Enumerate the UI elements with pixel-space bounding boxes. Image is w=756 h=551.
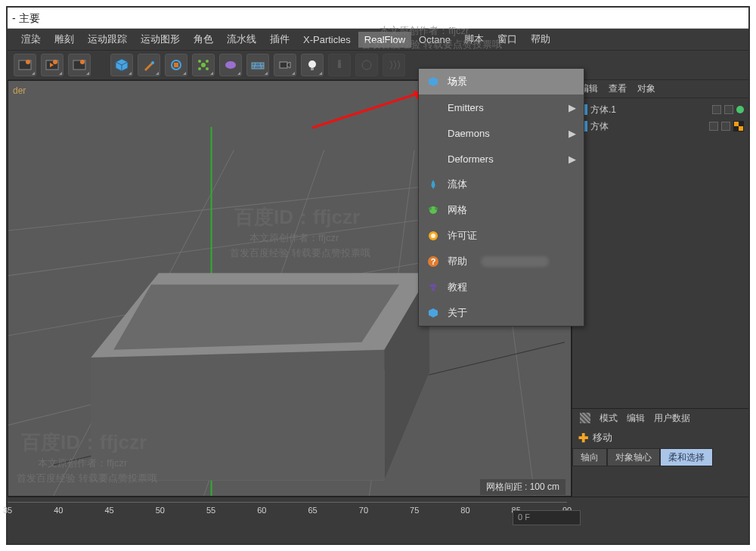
- object-name: 方体: [590, 120, 706, 133]
- toolbar-array-icon[interactable]: [192, 54, 215, 76]
- viewport-label: der: [13, 85, 26, 96]
- toolbar: [8, 50, 748, 80]
- svg-point-3: [53, 60, 57, 64]
- menu-角色[interactable]: 角色: [187, 30, 219, 48]
- toolbar-camera-icon[interactable]: [274, 54, 296, 76]
- dropdown-item-帮助[interactable]: ?帮助: [419, 249, 584, 274]
- ruler-tick: 65: [308, 506, 318, 515]
- menu-运动跟踪[interactable]: 运动跟踪: [82, 30, 133, 48]
- grid-icon: [580, 413, 590, 423]
- svg-point-16: [206, 60, 209, 63]
- attribute-panel: 模式编辑用户数据 ✚ 移动 轴向对象轴心柔和选择: [572, 408, 748, 497]
- menu-插件[interactable]: 插件: [264, 30, 296, 48]
- ruler-tick: 70: [359, 506, 368, 515]
- toolbar-cube-icon[interactable]: [110, 54, 133, 76]
- panel-menu-查看[interactable]: 查看: [609, 82, 627, 95]
- dropdown-label: Deformers: [448, 153, 494, 165]
- timeline-ruler[interactable]: 354045505560657075808590: [8, 502, 567, 537]
- layer-toggle[interactable]: [709, 122, 718, 131]
- render-toggle[interactable]: [721, 122, 730, 131]
- attrib-menu-模式[interactable]: 模式: [600, 412, 618, 425]
- dropdown-item-教程[interactable]: 教程: [419, 274, 584, 300]
- svg-line-57: [312, 92, 422, 128]
- panel-menu-对象[interactable]: 对象: [637, 82, 655, 95]
- dropdown-item-Daemons[interactable]: Daemons▶: [419, 120, 584, 146]
- texture-tag[interactable]: [733, 121, 744, 132]
- dropdown-item-网格[interactable]: 网格: [419, 197, 584, 223]
- right-panel: 编辑查看对象 方体.1 方体 模式编辑用户数据 ✚ 移动 轴向对象轴心柔和选择: [572, 80, 748, 497]
- mesh-icon: [426, 203, 440, 217]
- toolbar-group-icon[interactable]: [165, 54, 187, 76]
- menu-RealFlow[interactable]: RealFlow: [358, 32, 411, 48]
- menu-帮助[interactable]: 帮助: [525, 30, 556, 48]
- current-frame-field[interactable]: 0 F: [513, 510, 581, 525]
- dropdown-label: 关于: [448, 306, 467, 320]
- menu-脚本[interactable]: 脚本: [458, 30, 490, 48]
- svg-point-17: [198, 67, 201, 70]
- svg-point-30: [362, 60, 371, 70]
- svg-point-48: [429, 207, 432, 210]
- dropdown-label: 许可证: [448, 229, 477, 243]
- toolbar-render2-icon[interactable]: [41, 54, 64, 76]
- timeline: 354045505560657075808590 0 F: [8, 497, 748, 543]
- svg-rect-27: [311, 68, 314, 70]
- plus-icon[interactable]: ✚: [578, 431, 588, 445]
- tab-柔和选择[interactable]: 柔和选择: [660, 448, 713, 466]
- object-panel-menu: 编辑查看对象: [572, 80, 748, 98]
- menu-X-Particles[interactable]: X-Particles: [297, 32, 357, 48]
- dropdown-label: 教程: [448, 280, 467, 294]
- toolbar-tag-icon[interactable]: [355, 54, 378, 76]
- fluid-icon: [426, 178, 440, 191]
- menu-运动图形[interactable]: 运动图形: [135, 30, 186, 48]
- dropdown-item-Emitters[interactable]: Emitters▶: [419, 94, 584, 120]
- layer-toggle[interactable]: [712, 105, 721, 114]
- toolbar-render3-icon[interactable]: [68, 54, 91, 76]
- toolbar-render-icon[interactable]: [14, 54, 36, 76]
- svg-point-49: [435, 207, 438, 210]
- tab-轴向[interactable]: 轴向: [572, 448, 607, 466]
- about-icon: [426, 306, 440, 320]
- ruler-tick: 80: [460, 506, 469, 515]
- toolbar-floor-icon[interactable]: [246, 54, 269, 76]
- window-title: - 主要: [8, 8, 748, 29]
- svg-point-18: [206, 67, 209, 70]
- license-icon: [426, 229, 440, 243]
- svg-marker-56: [429, 308, 438, 317]
- dropdown-item-流体[interactable]: 流体: [419, 172, 584, 197]
- dropdown-label: 帮助: [448, 255, 467, 268]
- toolbar-light-icon[interactable]: [301, 54, 324, 76]
- toolbar-deform-icon[interactable]: [219, 54, 242, 76]
- chevron-right-icon: ▶: [569, 153, 576, 165]
- svg-marker-45: [113, 284, 399, 349]
- svg-rect-55: [432, 288, 435, 291]
- render-toggle[interactable]: [724, 105, 733, 114]
- move-label: 移动: [593, 431, 612, 444]
- menu-雕刻[interactable]: 雕刻: [48, 30, 80, 48]
- blank-icon: [426, 152, 440, 166]
- attrib-menu-用户数据[interactable]: 用户数据: [654, 412, 690, 425]
- enabled-dot[interactable]: [736, 106, 744, 113]
- menu-窗口[interactable]: 窗口: [491, 30, 523, 48]
- tab-对象轴心[interactable]: 对象轴心: [607, 448, 660, 466]
- ruler-tick: 35: [3, 506, 12, 515]
- object-row[interactable]: 方体.1: [577, 101, 744, 118]
- realflow-dropdown: 场景Emitters▶Daemons▶Deformers▶流体网格许可证?帮助教…: [418, 68, 584, 327]
- dropdown-label: 流体: [448, 178, 467, 191]
- dropdown-item-Deformers[interactable]: Deformers▶: [419, 146, 584, 172]
- menu-流水线[interactable]: 流水线: [221, 30, 262, 48]
- object-row[interactable]: 方体: [577, 118, 744, 135]
- toolbar-pen-icon[interactable]: [138, 54, 160, 76]
- toolbar-figure-icon[interactable]: [328, 54, 351, 76]
- svg-marker-46: [429, 77, 438, 86]
- dropdown-item-许可证[interactable]: 许可证: [419, 223, 584, 249]
- dropdown-item-关于[interactable]: 关于: [419, 300, 584, 326]
- menu-渲染[interactable]: 渲染: [15, 30, 47, 48]
- svg-point-15: [198, 60, 201, 63]
- attrib-menu-编辑[interactable]: 编辑: [627, 412, 645, 425]
- dropdown-item-场景[interactable]: 场景: [419, 69, 584, 94]
- grid-spacing-status: 网格间距 : 100 cm: [480, 479, 565, 495]
- object-name: 方体.1: [590, 104, 709, 116]
- ruler-tick: 55: [206, 506, 215, 515]
- toolbar-hair-icon[interactable]: [383, 54, 405, 76]
- menu-Octane[interactable]: Octane: [413, 32, 457, 48]
